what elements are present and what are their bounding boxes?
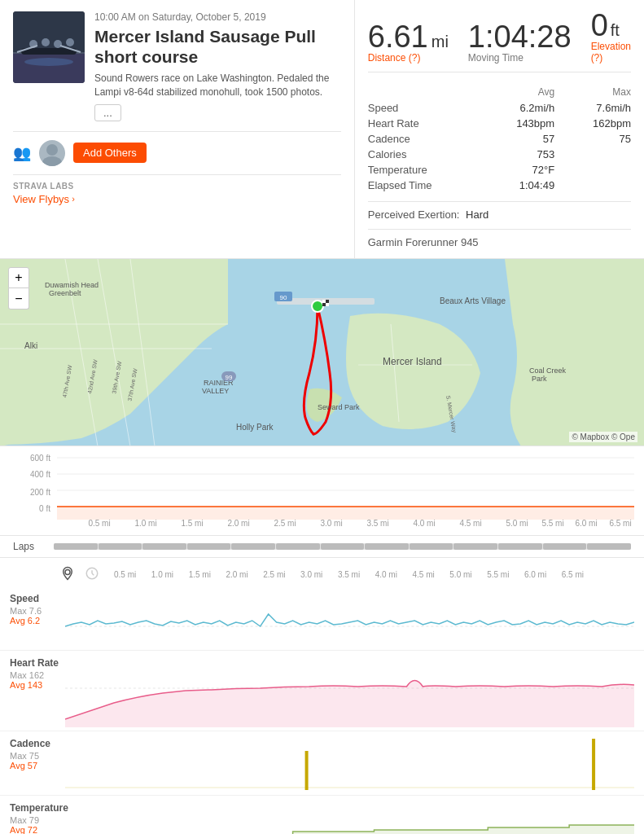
heart-rate-name: Heart Rate	[10, 657, 65, 669]
map-section[interactable]: Duwamish Head Greenbelt Alki Beaux Arts …	[0, 259, 644, 446]
view-flybys-link[interactable]: View Flybys ›	[13, 193, 341, 205]
location-icon	[60, 566, 75, 581]
elevation-svg: 600 ft 400 ft 200 ft 0 ft 0.5 mi 1.0 mi …	[0, 446, 644, 536]
stat-avg: 57	[478, 131, 554, 147]
speed-max: Max 7.6	[10, 606, 65, 616]
svg-point-8	[66, 38, 74, 46]
stats-table: Avg Max Speed 6.2mi/h 7.6mi/h Heart Rate…	[368, 84, 631, 193]
add-others-button[interactable]: Add Others	[73, 143, 147, 163]
stats-max-col: Max	[554, 84, 631, 100]
svg-point-22	[312, 301, 323, 312]
svg-text:2.5 mi: 2.5 mi	[274, 519, 296, 528]
people-icon: 👥	[13, 144, 31, 162]
stat-max	[554, 147, 631, 162]
svg-text:Seward Park: Seward Park	[318, 403, 360, 411]
temperature-max: Max 79	[10, 815, 65, 825]
distance-label[interactable]: Distance (?)	[368, 52, 449, 64]
stat-label: Elapsed Time	[368, 178, 479, 193]
svg-rect-80	[592, 739, 595, 790]
svg-text:6.5 mi: 6.5 mi	[609, 519, 631, 528]
svg-text:600 ft: 600 ft	[30, 454, 50, 463]
data-charts-section: 0.5 mi 1.0 mi 1.5 mi 2.0 mi 2.5 mi 3.0 m…	[0, 558, 644, 834]
stat-avg: 1:04:49	[478, 178, 554, 193]
svg-text:4.5 mi: 4.5 mi	[459, 519, 481, 528]
strava-labs-section: STRAVA LABS View Flybys ›	[13, 174, 341, 205]
svg-text:1.0 mi: 1.0 mi	[134, 519, 156, 528]
svg-point-67	[65, 570, 70, 575]
table-row: Elapsed Time 1:04:49	[368, 178, 631, 193]
svg-text:6.0 mi: 6.0 mi	[575, 519, 597, 528]
speed-avg: Avg 6.2	[10, 616, 65, 626]
svg-text:0 ft: 0 ft	[39, 504, 50, 513]
table-row: Temperature 72°F	[368, 162, 631, 178]
stat-avg: 6.2mi/h	[478, 100, 554, 116]
svg-line-70	[92, 573, 94, 575]
elevation-stat: 0 ft Elevation (?)	[591, 10, 631, 64]
svg-rect-1	[13, 11, 85, 52]
strava-labs-label: STRAVA LABS	[13, 182, 341, 191]
cadence-max: Max 75	[10, 751, 65, 761]
distance-unit: mi	[432, 33, 449, 51]
svg-text:Greenbelt: Greenbelt	[49, 289, 81, 297]
svg-rect-4	[21, 48, 77, 55]
speed-label-col: Speed Max 7.6 Avg 6.2	[0, 590, 65, 647]
table-row: Cadence 57 75	[368, 131, 631, 147]
map-zoom-controls: + −	[8, 267, 29, 309]
svg-text:400 ft: 400 ft	[30, 470, 50, 479]
stat-avg: 753	[478, 147, 554, 162]
svg-point-3	[24, 58, 73, 66]
clock-icon	[85, 566, 99, 581]
map-copyright: © Mapbox © Ope	[569, 432, 637, 442]
location-tab[interactable]	[57, 563, 78, 586]
svg-text:Coal Creek: Coal Creek	[529, 367, 567, 375]
elevation-value: 0	[591, 10, 608, 41]
temperature-svg: 79	[65, 799, 634, 834]
activity-thumbnail	[13, 11, 85, 83]
svg-text:5.0 mi: 5.0 mi	[506, 519, 528, 528]
elevation-label[interactable]: Elevation (?)	[591, 41, 631, 64]
activity-date: 10:00 AM on Saturday, October 5, 2019	[94, 11, 341, 23]
perceived-exertion: Perceived Exertion: Hard	[368, 201, 631, 221]
distance-stat: 6.61 mi Distance (?)	[368, 21, 449, 64]
cadence-chart: Cadence Max 75 Avg 57 75 0	[0, 731, 644, 792]
stat-label: Calories	[368, 147, 479, 162]
table-row: Heart Rate 143bpm 162bpm	[368, 116, 631, 131]
svg-rect-24	[322, 300, 326, 303]
heart-rate-label-col: Heart Rate Max 162 Avg 143	[0, 654, 65, 727]
svg-text:Alki: Alki	[24, 341, 37, 350]
svg-point-11	[46, 144, 58, 156]
temperature-label-col: Temperature Max 79 Avg 72	[0, 799, 65, 834]
stat-max	[554, 162, 631, 178]
elevation-section: 600 ft 400 ft 200 ft 0 ft 0.5 mi 1.0 mi …	[0, 446, 644, 536]
svg-text:99: 99	[226, 374, 233, 381]
table-row: Calories 753	[368, 147, 631, 162]
clock-tab[interactable]	[81, 563, 103, 586]
svg-text:Holly Park: Holly Park	[236, 423, 274, 432]
moving-time-label: Moving Time	[468, 52, 572, 64]
svg-rect-79	[305, 751, 309, 790]
heart-rate-svg: 168 90	[65, 654, 634, 727]
svg-rect-25	[326, 303, 329, 306]
svg-text:2.0 mi: 2.0 mi	[227, 519, 249, 528]
athlete-avatar	[39, 140, 65, 166]
cadence-name: Cadence	[10, 738, 65, 749]
svg-text:VALLEY: VALLEY	[202, 387, 229, 395]
svg-point-7	[54, 40, 62, 48]
device-name: Garmin Forerunner 945	[368, 236, 479, 248]
activity-image-svg	[13, 11, 85, 83]
zoom-out-button[interactable]: −	[8, 288, 29, 309]
svg-text:Beaux Arts Village: Beaux Arts Village	[440, 296, 506, 305]
speed-svg: 7.6 0.0	[65, 590, 634, 647]
stat-avg: 143bpm	[478, 116, 554, 131]
speed-chart: Speed Max 7.6 Avg 6.2 7.6 0.0	[0, 590, 644, 647]
moving-time-stat: 1:04:28 Moving Time	[468, 21, 572, 64]
moving-time-value: 1:04:28	[468, 21, 572, 52]
stat-label: Heart Rate	[368, 116, 479, 131]
svg-text:90: 90	[280, 294, 287, 301]
stat-label: Speed	[368, 100, 479, 116]
zoom-in-button[interactable]: +	[8, 267, 29, 288]
stat-label: Temperature	[368, 162, 479, 178]
laps-section: Laps	[0, 536, 644, 558]
svg-text:Mercer Island: Mercer Island	[383, 356, 442, 367]
more-button[interactable]: ...	[94, 104, 121, 121]
